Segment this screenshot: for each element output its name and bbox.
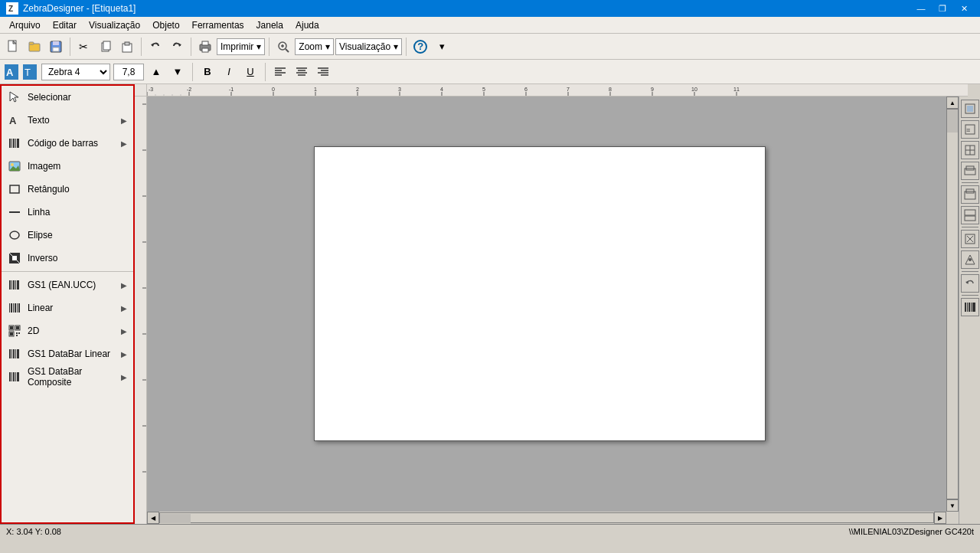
svg-text:6: 6 [524, 87, 528, 92]
bold-button[interactable]: B [198, 64, 217, 80]
separator-4 [269, 38, 270, 56]
italic-button[interactable]: I [220, 64, 238, 80]
scroll-v-thumb[interactable] [947, 110, 958, 133]
align-center-button[interactable] [292, 64, 311, 80]
zoom-in-button[interactable] [273, 37, 293, 57]
ellipse-icon [8, 228, 21, 242]
print-button[interactable] [195, 37, 215, 57]
right-btn-last[interactable] [961, 298, 979, 316]
scroll-h-thumb[interactable] [160, 514, 191, 523]
scroll-up-button[interactable]: ▲ [946, 97, 959, 109]
redo-button[interactable] [167, 37, 187, 57]
minimize-button[interactable]: — [911, 2, 931, 15]
svg-rect-48 [10, 185, 19, 193]
svg-rect-61 [13, 303, 14, 312]
svg-text:2: 2 [356, 87, 359, 92]
menu-janela[interactable]: Janela [250, 18, 289, 32]
menu-objeto[interactable]: Objeto [146, 18, 185, 32]
barcode-icon [8, 136, 21, 150]
tool-inverse[interactable]: Inverso [2, 247, 133, 270]
svg-rect-41 [11, 139, 12, 148]
svg-text:✂: ✂ [79, 41, 88, 53]
right-btn-4[interactable] [961, 162, 979, 180]
extra-button[interactable]: ▾ [432, 37, 452, 57]
undo-button[interactable] [145, 37, 165, 57]
tool-barcode[interactable]: Código de barras ▶ [2, 132, 133, 155]
font-size-input[interactable] [113, 64, 144, 80]
menu-arquivo[interactable]: Arquivo [3, 18, 47, 32]
menu-ferramentas[interactable]: Ferramentas [186, 18, 250, 32]
tool-gs1linear[interactable]: GS1 DataBar Linear ▶ [2, 342, 133, 365]
right-btn-undo[interactable] [961, 274, 979, 293]
cursor-icon [8, 90, 21, 104]
tool-gs1composite[interactable]: GS1 DataBar Composite ▶ [2, 365, 133, 388]
svg-rect-16 [202, 41, 208, 45]
linear-arrow-icon: ▶ [121, 304, 127, 312]
inverse-icon [8, 251, 21, 265]
tool-ellipse[interactable]: Elipse [2, 224, 133, 247]
menu-visualizacao[interactable]: Visualização [83, 18, 146, 32]
vertical-scrollbar[interactable]: ▲ ▼ [946, 97, 959, 512]
font-size-up-button[interactable]: ▲ [147, 64, 165, 80]
save-button[interactable] [46, 37, 66, 57]
paste-button[interactable] [117, 37, 137, 57]
tool-2d-label: 2D [28, 326, 115, 336]
svg-rect-55 [11, 280, 12, 290]
menu-editar[interactable]: Editar [47, 18, 83, 32]
svg-rect-148 [965, 303, 966, 312]
scroll-left-button[interactable]: ◀ [147, 512, 159, 524]
right-btn-3[interactable] [961, 141, 979, 159]
right-btn-7[interactable] [961, 230, 979, 248]
title-text: ZebraDesigner - [Etiqueta1] [23, 3, 136, 14]
tool-select[interactable]: Selecionar [2, 86, 133, 109]
new-button[interactable] [3, 37, 23, 57]
svg-rect-77 [15, 349, 16, 358]
tool-rectangle[interactable]: Retângulo [2, 178, 133, 201]
svg-rect-64 [18, 303, 20, 312]
right-btn-6[interactable] [961, 206, 979, 224]
right-btn-1[interactable] [961, 100, 979, 118]
right-btn-5[interactable] [961, 185, 979, 204]
vertical-ruler: -1 [135, 97, 147, 524]
svg-rect-72 [18, 332, 20, 334]
underline-button[interactable]: U [241, 64, 260, 80]
open-button[interactable] [24, 37, 44, 57]
font-icon-t-button[interactable]: T [21, 64, 38, 80]
align-right-button[interactable] [314, 64, 332, 80]
menu-ajuda[interactable]: Ajuda [289, 18, 325, 32]
svg-rect-44 [17, 139, 19, 148]
svg-rect-119 [135, 97, 147, 524]
help-button[interactable]: ? [410, 37, 430, 57]
zoom-arrow: ▾ [325, 41, 330, 52]
font-icon-a-button[interactable]: A [3, 64, 20, 80]
svg-rect-80 [11, 372, 12, 381]
scroll-down-button[interactable]: ▼ [946, 499, 959, 512]
close-button[interactable]: ✕ [954, 2, 974, 15]
font-name-select[interactable]: Zebra 4 [41, 64, 110, 80]
zoom-dropdown[interactable]: Zoom ▾ [295, 38, 334, 55]
align-left-button[interactable] [271, 64, 289, 80]
tool-image[interactable]: Imagem [2, 155, 133, 178]
print-dropdown[interactable]: Imprimir ▾ [217, 38, 265, 55]
view-dropdown[interactable]: Visualização ▾ [335, 38, 402, 55]
right-btn-2[interactable]: ≡ [961, 120, 979, 139]
cut-button[interactable]: ✂ [74, 37, 94, 57]
svg-rect-79 [9, 372, 11, 381]
tool-linear[interactable]: Linear ▶ [2, 296, 133, 319]
tool-gs1[interactable]: GS1 (EAN.UCC) ▶ [2, 273, 133, 296]
tool-text[interactable]: A Texto ▶ [2, 109, 133, 132]
horizontal-ruler: -3 -2 -1 0 1 2 3 4 [147, 84, 968, 97]
label-canvas [314, 146, 766, 441]
scroll-h-track[interactable] [159, 512, 934, 523]
font-size-down-button[interactable]: ▼ [168, 64, 187, 80]
tool-2d[interactable]: 2D ▶ [2, 319, 133, 342]
horizontal-scrollbar[interactable]: ◀ ▶ [147, 512, 946, 524]
scroll-v-track[interactable] [946, 109, 959, 499]
canvas-area[interactable]: ▲ ▼ ◀ ▶ [147, 97, 959, 524]
svg-rect-4 [29, 42, 34, 44]
copy-button[interactable] [96, 37, 116, 57]
tool-line[interactable]: Linha [2, 201, 133, 224]
scroll-right-button[interactable]: ▶ [934, 512, 946, 524]
maximize-button[interactable]: ❐ [933, 2, 952, 15]
right-btn-8[interactable] [961, 250, 979, 269]
